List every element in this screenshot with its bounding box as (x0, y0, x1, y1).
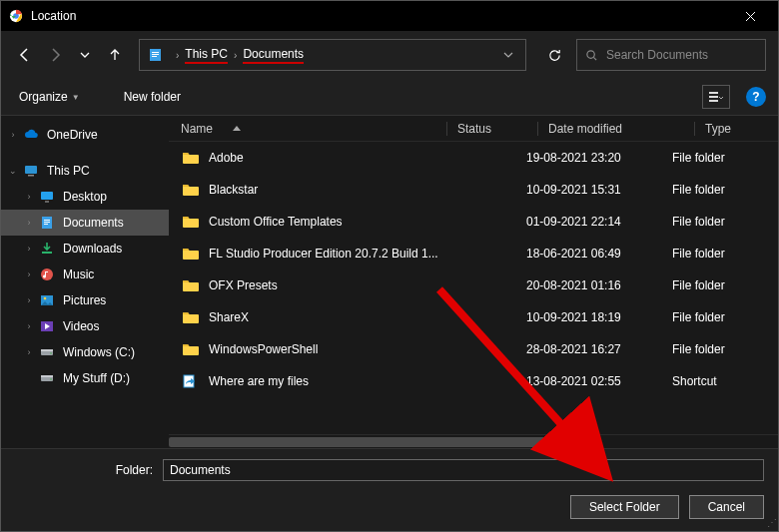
expand-icon[interactable]: › (23, 347, 35, 357)
back-button[interactable] (13, 43, 37, 67)
breadcrumb-this-pc[interactable]: This PC (185, 47, 228, 64)
sidebar-item-label: Pictures (63, 293, 106, 307)
expand-icon[interactable]: ⌄ (7, 166, 19, 176)
file-type: File folder (672, 310, 778, 324)
chevron-right-icon[interactable]: › (176, 50, 179, 61)
documents-icon (148, 47, 164, 63)
desktop-icon (39, 189, 55, 205)
column-headers[interactable]: Name Status Date modified Type (169, 116, 778, 142)
organize-menu[interactable]: Organize▼ (13, 86, 86, 108)
expand-icon[interactable]: › (23, 244, 35, 254)
column-name[interactable]: Name (181, 122, 213, 136)
dialog-body: ›OneDrive⌄This PC›Desktop›Documents›Down… (1, 115, 778, 448)
recent-dropdown[interactable] (73, 43, 97, 67)
sidebar-item-label: This PC (47, 164, 90, 178)
file-row[interactable]: Adobe19-08-2021 23:20File folder (169, 142, 778, 174)
folder-icon (181, 309, 201, 325)
up-button[interactable] (103, 43, 127, 67)
close-button[interactable] (730, 1, 770, 31)
file-row[interactable]: ShareX10-09-2021 18:19File folder (169, 301, 778, 333)
sidebar-item-downloads[interactable]: ›Downloads (1, 236, 169, 262)
sidebar-item-label: Downloads (63, 242, 122, 256)
svg-rect-18 (42, 252, 52, 254)
address-dropdown[interactable] (503, 50, 513, 60)
downloads-icon (39, 241, 55, 257)
sidebar-item-windows-c-[interactable]: ›Windows (C:) (1, 339, 169, 365)
file-date: 13-08-2021 02:55 (526, 374, 672, 388)
svg-rect-7 (709, 92, 718, 94)
expand-icon[interactable]: › (7, 130, 19, 140)
expand-icon[interactable]: › (23, 218, 35, 228)
column-status[interactable]: Status (457, 122, 537, 136)
sidebar-item-pictures[interactable]: ›Pictures (1, 287, 169, 313)
folder-icon (181, 277, 201, 293)
expand-icon[interactable]: › (23, 321, 35, 331)
file-date: 01-09-2021 22:14 (526, 215, 672, 229)
forward-button[interactable] (43, 43, 67, 67)
column-type[interactable]: Type (705, 122, 778, 136)
chevron-right-icon[interactable]: › (234, 50, 237, 61)
expand-icon[interactable]: › (23, 295, 35, 305)
file-row[interactable]: Custom Office Templates01-09-2021 22:14F… (169, 206, 778, 238)
file-name: Blackstar (209, 183, 446, 197)
sidebar-item-label: Music (63, 267, 94, 281)
cancel-button[interactable]: Cancel (689, 495, 764, 519)
expand-icon[interactable]: › (23, 269, 35, 279)
shortcut-icon (181, 373, 201, 389)
folder-name-input[interactable] (163, 459, 764, 481)
sidebar-item-videos[interactable]: ›Videos (1, 313, 169, 339)
svg-rect-4 (152, 54, 159, 55)
sidebar-item-label: OneDrive (47, 128, 98, 142)
svg-rect-17 (44, 224, 48, 225)
sidebar-item-my-stuff-d-[interactable]: My Stuff (D:) (1, 365, 169, 391)
cloud-icon (23, 127, 39, 143)
file-row[interactable]: Where are my files13-08-2021 02:55Shortc… (169, 365, 778, 397)
dialog-footer: Folder: Select Folder Cancel (1, 448, 778, 531)
svg-rect-27 (41, 375, 53, 377)
folder-icon (181, 341, 201, 357)
new-folder-button[interactable]: New folder (118, 86, 187, 108)
horizontal-scrollbar[interactable] (169, 434, 778, 448)
svg-point-6 (587, 50, 594, 57)
svg-rect-10 (25, 166, 37, 174)
file-list-pane: Name Status Date modified Type Adobe19-0… (169, 116, 778, 448)
file-row[interactable]: Blackstar10-09-2021 15:31File folder (169, 174, 778, 206)
sidebar-item-music[interactable]: ›Music (1, 262, 169, 287)
file-row[interactable]: WindowsPowerShell28-08-2021 16:27File fo… (169, 333, 778, 365)
sidebar-item-documents[interactable]: ›Documents (1, 210, 169, 236)
breadcrumb-documents[interactable]: Documents (243, 47, 304, 64)
view-options-button[interactable] (702, 85, 730, 109)
sidebar-item-label: My Stuff (D:) (63, 371, 130, 385)
svg-point-19 (41, 268, 53, 280)
select-folder-button[interactable]: Select Folder (570, 495, 679, 519)
sidebar-item-onedrive[interactable]: ›OneDrive (1, 122, 169, 148)
file-type: Shortcut (672, 374, 778, 388)
sidebar-item-desktop[interactable]: ›Desktop (1, 184, 169, 210)
pc-icon (23, 163, 39, 179)
file-name: WindowsPowerShell (209, 342, 446, 356)
help-button[interactable]: ? (746, 87, 766, 107)
pictures-icon (39, 292, 55, 308)
svg-rect-16 (44, 222, 50, 223)
folder-label: Folder: (15, 463, 163, 477)
expand-icon[interactable]: › (23, 192, 35, 202)
file-row[interactable]: OFX Presets20-08-2021 01:16File folder (169, 269, 778, 301)
search-placeholder: Search Documents (606, 48, 708, 62)
svg-rect-3 (152, 52, 159, 53)
file-date: 10-09-2021 18:19 (526, 310, 672, 324)
sidebar-item-label: Windows (C:) (63, 345, 135, 359)
sidebar-item-label: Videos (63, 319, 99, 333)
file-name: OFX Presets (209, 278, 446, 292)
file-type: File folder (672, 151, 778, 165)
folder-icon (181, 182, 201, 198)
address-bar[interactable]: › This PC › Documents (139, 39, 526, 71)
videos-icon (39, 318, 55, 334)
file-row[interactable]: FL Studio Producer Edition 20.7.2 Build … (169, 238, 778, 269)
sidebar-item-this-pc[interactable]: ⌄This PC (1, 158, 169, 184)
search-box[interactable]: Search Documents (576, 39, 766, 71)
refresh-button[interactable] (538, 39, 570, 71)
svg-rect-12 (41, 192, 53, 200)
column-date[interactable]: Date modified (548, 122, 694, 136)
file-type: File folder (672, 183, 778, 197)
resize-grip-icon[interactable]: ⋰ (767, 517, 775, 528)
